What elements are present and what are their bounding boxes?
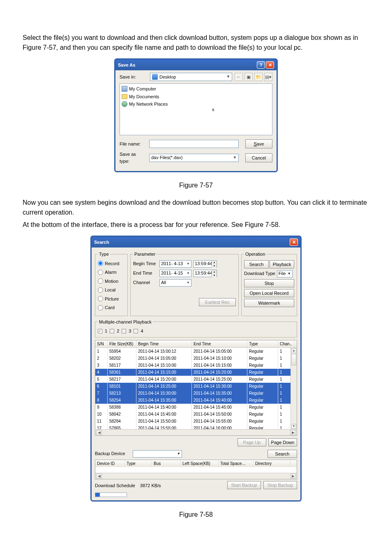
filename-input[interactable] [149,140,239,148]
vertical-scrollbar[interactable]: ▲ ▼ [291,348,297,429]
earliest-rec-button[interactable]: Earliest Rec [199,298,236,306]
table-row[interactable]: 2582022011-04-14 15:05:002011-04-14 15:1… [95,355,297,362]
col-chan[interactable]: Chan.. [278,340,295,347]
horizontal-scrollbar[interactable]: ◀ ▶ [95,429,297,435]
item-network-places[interactable]: My Network Places [129,101,168,108]
device-horizontal-scrollbar[interactable]: ◀ ▶ [95,473,297,479]
stop-button[interactable]: Stop [244,279,294,287]
channel-4-checkbox[interactable] [134,329,138,333]
item-my-documents[interactable]: My Documents [129,93,159,100]
save-button[interactable]: SSaveave [245,139,272,148]
filename-label: File name: [120,141,147,148]
watermark-button[interactable]: Watermark [244,299,294,307]
channel-3-checkbox[interactable] [122,329,126,333]
type-group: Type Record Alarm Motion Local Picture C… [95,251,128,316]
channel-combo[interactable]: All▼ [159,279,191,287]
search-dialog: Search ✕ Type Record Alarm Motion Local … [90,236,302,502]
close-icon[interactable]: ✕ [266,61,274,69]
scroll-thumb[interactable] [291,354,296,365]
table-row[interactable]: 4583612011-04-14 15:15:002011-04-14 15:2… [95,369,297,376]
backup-device-combo[interactable]: ▼ [133,450,182,458]
table-row[interactable]: 1559542011-04-14 15:00:122011-04-14 15:0… [95,348,297,355]
figure-57-caption: Figure 7-57 [23,180,369,190]
end-date-combo[interactable]: 2011- 4-15▼ [159,270,191,277]
channel-1-checkbox[interactable] [98,329,102,333]
table-body[interactable]: 1559542011-04-14 15:00:122011-04-14 15:0… [95,348,297,429]
table-row[interactable]: 8582542011-04-14 15:35:002011-04-14 15:4… [95,397,297,404]
radio-alarm[interactable]: Alarm [98,269,125,276]
col-size[interactable]: File Size(KB) [108,340,136,347]
scroll-right-icon[interactable]: ▶ [290,430,296,435]
dev-col-total[interactable]: Total Space… [219,460,254,467]
playback-button[interactable]: Playback [270,260,294,268]
scroll-down-icon[interactable]: ▼ [291,424,296,429]
table-row[interactable]: 10580422011-04-14 15:45:002011-04-14 15:… [95,411,297,418]
saveas-dialog: Save As ? ✕ Save in: Desktop ▼ ← ▣ 📁 ▤▾ [114,58,278,172]
scroll-left-icon[interactable]: ◀ [96,474,102,479]
table-row[interactable]: 7582132011-04-14 15:30:002011-04-14 15:3… [95,390,297,397]
up-folder-icon[interactable]: ▣ [244,73,253,81]
radio-card[interactable]: Card [98,304,125,311]
download-type-combo[interactable]: File▼ [277,270,293,278]
backup-search-button[interactable]: Search [267,450,297,458]
col-begin[interactable]: Begin Time [136,340,192,347]
channel-label: Channel [133,279,158,286]
scroll-left-icon[interactable]: ◀ [96,430,102,435]
open-local-record-button[interactable]: Open Local Record [244,289,294,297]
radio-picture[interactable]: Picture [98,296,125,303]
table-header-row: S/N File Size(KB) Begin Time End Time Ty… [95,340,297,348]
table-row[interactable]: 5582172011-04-14 15:20:002011-04-14 15:2… [95,376,297,383]
file-list[interactable]: My Computer My Documents My Network Plac… [120,83,272,135]
intro-paragraph-2b: At the bottom of the interface, there is… [23,220,369,230]
dev-col-id[interactable]: Device ID [95,460,125,467]
stop-backup-button[interactable]: Stop Backup [263,481,297,489]
view-menu-icon[interactable]: ▤▾ [264,73,272,81]
col-type[interactable]: Type [247,340,278,347]
end-time-spinner[interactable]: 13:59:44▲▼ [193,270,217,277]
dev-col-left[interactable]: Left Space(KB) [181,460,219,467]
chevron-down-icon: ▼ [233,155,237,161]
dev-col-type[interactable]: Type [125,460,152,467]
start-backup-button[interactable]: Start Backup [227,481,261,489]
progress-fill [95,493,100,497]
begin-time-label: Begin Time [133,260,158,267]
saveas-titlebar: Save As ? ✕ [115,60,277,70]
scroll-up-icon[interactable]: ▲ [291,348,296,353]
dev-col-dir[interactable]: Directory [254,460,291,467]
savein-combo[interactable]: Desktop ▼ [150,73,232,81]
col-sn[interactable]: S/N [95,340,108,347]
savetype-value: dav Files(*.dav) [151,154,182,161]
table-row[interactable]: 11582842011-04-14 15:50:002011-04-14 15:… [95,418,297,425]
begin-time-spinner[interactable]: 13:59:44▲▼ [193,260,217,268]
desktop-icon [152,74,158,80]
scroll-right-icon[interactable]: ▶ [290,474,296,479]
help-icon[interactable]: ? [257,61,265,69]
channel-2-checkbox[interactable] [110,329,114,333]
search-button[interactable]: Search [244,260,269,268]
item-my-computer[interactable]: My Computer [129,86,156,92]
radio-record[interactable]: Record [98,260,125,267]
table-row[interactable]: 6581012011-04-14 15:25:002011-04-14 15:3… [95,383,297,390]
page-down-button[interactable]: Page Down [268,438,297,446]
new-folder-icon[interactable]: 📁 [254,73,263,81]
search-titlebar: Search ✕ [92,237,300,247]
table-row[interactable]: 9583882011-04-14 15:40:002011-04-14 15:4… [95,404,297,411]
back-icon[interactable]: ← [235,73,243,81]
close-icon[interactable]: ✕ [290,238,298,246]
chevron-down-icon: ▼ [226,74,230,80]
search-title-text: Search [94,239,109,246]
param-legend: Parameter [133,251,157,258]
table-row[interactable]: 12578652011-04-14 15:55:002011-04-14 16:… [95,425,297,429]
radio-local[interactable]: Local [98,287,125,294]
begin-date-combo[interactable]: 2011- 4-13▼ [159,260,191,268]
dev-col-bus[interactable]: Bus [152,460,181,467]
savetype-combo[interactable]: dav Files(*.dav) ▼ [149,154,239,162]
download-type-label: Download Type [244,270,275,277]
table-row[interactable]: 3581172011-04-14 15:10:002011-04-14 15:1… [95,362,297,369]
intro-paragraph-1: Select the file(s) you want to download … [23,33,369,53]
page-up-button[interactable]: Page Up [238,438,266,446]
col-end[interactable]: End Time [192,340,247,347]
radio-motion[interactable]: Motion [98,278,125,285]
op-legend: Operation [244,251,266,258]
cancel-button[interactable]: Cancel [245,153,272,162]
